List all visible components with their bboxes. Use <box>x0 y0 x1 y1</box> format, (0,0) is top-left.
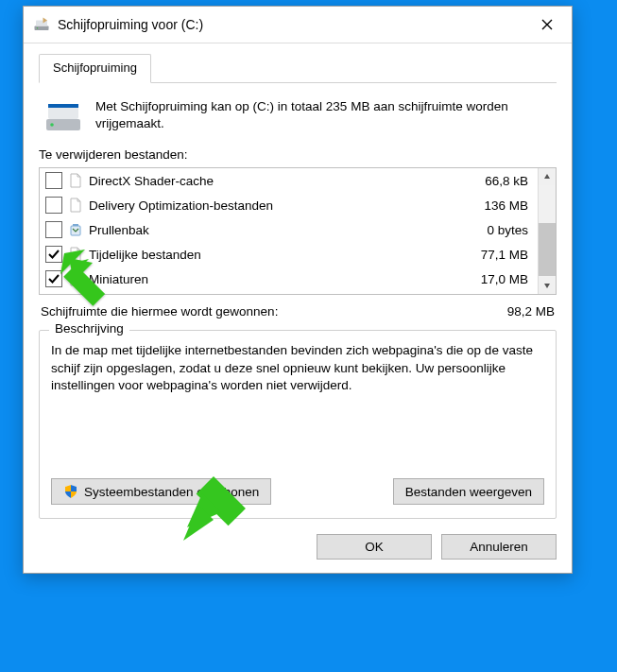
button-label: OK <box>365 540 384 554</box>
file-name: DirectX Shader-cache <box>89 174 456 188</box>
file-row[interactable]: DirectX Shader-cache 66,8 kB <box>40 168 538 193</box>
file-size: 17,0 MB <box>462 272 532 286</box>
checkbox[interactable] <box>45 270 62 287</box>
svg-rect-5 <box>48 104 78 108</box>
file-name: Miniaturen <box>89 272 456 286</box>
button-label: Systeembestanden opschonen <box>84 485 259 499</box>
file-name: Prullenbak <box>89 223 456 237</box>
scroll-track[interactable] <box>539 185 556 277</box>
clean-system-files-button[interactable]: Systeembestanden opschonen <box>51 478 271 505</box>
file-row[interactable]: Miniaturen 17,0 MB <box>40 267 538 291</box>
checkbox[interactable] <box>45 197 62 214</box>
file-size: 0 bytes <box>462 223 532 237</box>
gain-value: 98,2 MB <box>507 304 555 319</box>
dialog-body: Schijfopruiming Met Schijfopruiming kan … <box>24 43 572 573</box>
checkbox[interactable] <box>45 172 62 189</box>
button-label: Annuleren <box>470 540 528 554</box>
description-group: Beschrijving In de map met tijdelijke in… <box>39 330 557 519</box>
file-name: Delivery Optimization-bestanden <box>89 198 456 213</box>
svg-rect-7 <box>71 226 80 235</box>
file-icon <box>68 173 83 188</box>
file-size: 77,1 MB <box>462 248 532 262</box>
file-row[interactable]: Delivery Optimization-bestanden 136 MB <box>40 193 538 217</box>
scroll-thumb[interactable] <box>539 223 556 276</box>
view-files-button[interactable]: Bestanden weergeven <box>393 478 544 505</box>
description-text: In de map met tijdelijke internetbestand… <box>51 342 544 427</box>
cancel-button[interactable]: Annuleren <box>441 534 557 560</box>
checkbox[interactable] <box>45 221 62 238</box>
titlebar: Schijfopruiming voor (C:) <box>24 7 572 43</box>
recycle-bin-icon <box>68 222 83 237</box>
disk-cleanup-dialog: Schijfopruiming voor (C:) Schijfopruimin… <box>23 6 573 574</box>
uac-shield-icon <box>63 484 78 499</box>
svg-rect-8 <box>73 224 78 226</box>
intro-text: Met Schijfopruiming kan op (C:) in totaa… <box>95 98 555 132</box>
files-list: DirectX Shader-cache 66,8 kB Delivery Op… <box>39 167 557 295</box>
file-size: 136 MB <box>462 198 532 213</box>
file-rows: DirectX Shader-cache 66,8 kB Delivery Op… <box>40 168 538 294</box>
file-row[interactable]: Prullenbak 0 bytes <box>40 217 538 242</box>
checkbox[interactable] <box>45 246 62 263</box>
group-legend: Beschrijving <box>49 321 129 336</box>
drive-icon <box>44 100 82 132</box>
scrollbar-vertical[interactable] <box>538 168 556 294</box>
file-icon <box>68 271 83 286</box>
file-row[interactable]: Tijdelijke bestanden 77,1 MB <box>40 242 538 267</box>
svg-point-2 <box>37 27 39 29</box>
file-icon <box>68 247 83 262</box>
intro-row: Met Schijfopruiming kan op (C:) in totaa… <box>39 96 557 144</box>
tab-schijfopruiming[interactable]: Schijfopruiming <box>39 54 151 83</box>
button-label: Bestanden weergeven <box>405 485 532 499</box>
file-icon <box>68 198 83 213</box>
window-title: Schijfopruiming voor (C:) <box>58 17 526 32</box>
tab-strip: Schijfopruiming <box>39 53 557 83</box>
file-name: Tijdelijke bestanden <box>89 248 456 262</box>
group-buttons: Systeembestanden opschonen Bestanden wee… <box>51 478 544 505</box>
disk-cleanup-icon <box>33 16 50 33</box>
close-button[interactable] <box>526 12 568 37</box>
gain-label: Schijfruimte die hiermee wordt gewonnen: <box>41 304 278 319</box>
scroll-down-arrow[interactable] <box>539 277 556 294</box>
files-to-delete-label: Te verwijderen bestanden: <box>39 147 557 162</box>
svg-point-6 <box>50 123 54 127</box>
ok-button[interactable]: OK <box>317 534 432 560</box>
scroll-up-arrow[interactable] <box>539 168 556 185</box>
gain-row: Schijfruimte die hiermee wordt gewonnen:… <box>41 304 555 319</box>
footer-buttons: OK Annuleren <box>39 534 557 560</box>
file-size: 66,8 kB <box>462 174 532 188</box>
